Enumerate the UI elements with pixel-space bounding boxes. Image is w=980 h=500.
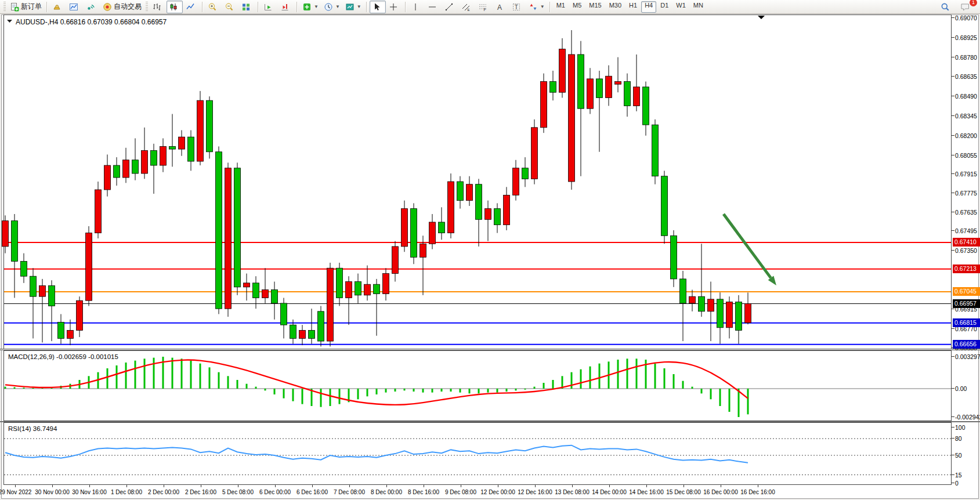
price-axis-tick: 0.67635 xyxy=(955,209,980,216)
vertical-line-tool-button[interactable] xyxy=(408,1,425,13)
search-button[interactable] xyxy=(938,1,954,13)
rsi-axis-tick: 100 xyxy=(955,424,980,431)
tab-timeframe-mn[interactable]: MN xyxy=(690,1,707,13)
time-axis-tick xyxy=(386,485,387,487)
tab-timeframe-m15[interactable]: M15 xyxy=(585,1,605,13)
tab-timeframe-m1[interactable]: M1 xyxy=(553,1,569,13)
channel-tool-button[interactable]: E xyxy=(459,1,475,13)
auto-scroll-icon xyxy=(263,2,273,12)
toolbar-separator xyxy=(405,2,406,12)
horizontal-line-tool-button[interactable] xyxy=(425,1,442,13)
trendline-tool-button[interactable] xyxy=(442,1,458,13)
new-order-icon xyxy=(10,2,19,12)
blue-chart-icon xyxy=(69,2,78,12)
indicators-button[interactable]: ▼ xyxy=(300,1,321,13)
price-badge-0.66957: 0.66957 xyxy=(953,299,980,308)
signal-icon xyxy=(86,2,95,12)
time-axis-tick xyxy=(201,485,201,487)
candlestick-mode-button[interactable] xyxy=(167,1,183,13)
time-axis-tick xyxy=(461,485,461,487)
add-indicator-icon xyxy=(302,2,312,12)
price-axis-tick: 0.68345 xyxy=(955,113,980,119)
tab-timeframe-d1[interactable]: D1 xyxy=(657,1,672,13)
market-window-button[interactable] xyxy=(67,1,83,13)
notifications-button[interactable]: 1 xyxy=(958,1,974,13)
svg-text:A: A xyxy=(497,3,502,11)
tab-timeframe-m5[interactable]: M5 xyxy=(569,1,585,13)
line-chart-mode-button[interactable] xyxy=(183,1,200,13)
macd-label: MACD(12,26,9) -0.002659 -0.001015 xyxy=(8,353,118,360)
price-axis-tick: 0.68780 xyxy=(955,54,980,61)
time-axis-tick xyxy=(312,485,313,487)
zoom-out-button[interactable] xyxy=(222,1,238,13)
price-axis-tick: 0.68635 xyxy=(955,73,980,80)
rsi-axis-tick: 80 xyxy=(955,435,980,442)
price-badge-0.66656: 0.66656 xyxy=(953,340,980,349)
templates-button[interactable]: ▼ xyxy=(343,1,364,13)
cursor-tool-button[interactable] xyxy=(370,1,386,13)
time-axis-tick xyxy=(52,485,53,487)
rsi-axis-tick: 0 xyxy=(955,480,980,487)
zoom-in-button[interactable] xyxy=(205,1,222,13)
time-axis-tick xyxy=(15,485,16,487)
price-chart-pane[interactable]: AUDUSD-,H4 0.66816 0.67039 0.66804 0.669… xyxy=(0,15,980,349)
text-label-icon: T xyxy=(512,2,521,12)
price-badge-0.67045: 0.67045 xyxy=(953,287,980,296)
chevron-down-icon: ▼ xyxy=(335,4,340,9)
zoom-in-icon xyxy=(208,2,217,12)
text-tool-button[interactable]: A xyxy=(493,1,509,13)
price-axis-tick: 0.69070 xyxy=(955,15,980,21)
clock-icon xyxy=(324,2,333,12)
notification-badge: 1 xyxy=(970,0,977,6)
periods-button[interactable]: ▼ xyxy=(321,1,342,13)
chart-title-ohlc: AUDUSD-,H4 0.66816 0.67039 0.66804 0.669… xyxy=(16,18,167,26)
crosshair-tool-button[interactable] xyxy=(386,1,403,13)
text-label-tool-button[interactable]: T xyxy=(509,1,526,13)
time-axis-tick xyxy=(275,485,276,487)
tile-windows-button[interactable] xyxy=(239,1,255,13)
equidistant-channel-icon: E xyxy=(461,2,471,12)
macd-pane-border xyxy=(4,351,952,421)
macd-pane[interactable]: MACD(12,26,9) -0.002659 -0.001015 xyxy=(0,350,980,421)
tab-timeframe-h4[interactable]: H4 xyxy=(641,1,656,13)
toolbar-separator xyxy=(202,2,203,12)
main-toolbar: 新订单 自动交易 ▼ ▼ xyxy=(0,0,980,14)
price-axis-tick: 0.67915 xyxy=(955,171,980,177)
tab-timeframe-w1[interactable]: W1 xyxy=(672,1,689,13)
toolbar-grip xyxy=(146,2,148,12)
time-axis-tick xyxy=(609,485,610,487)
chart-shift-button[interactable] xyxy=(278,1,294,13)
zoom-out-icon xyxy=(225,2,234,12)
time-axis-tick xyxy=(646,485,647,487)
arrow-objects-icon xyxy=(529,2,538,12)
text-icon: A xyxy=(495,2,504,12)
gold-chart-button[interactable] xyxy=(50,1,66,13)
price-axis-tick: 0.68200 xyxy=(955,132,980,139)
time-axis-tick xyxy=(238,485,238,487)
price-axis-tick: 0.68925 xyxy=(955,34,980,41)
signals-button[interactable] xyxy=(84,1,100,13)
arrow-objects-button[interactable]: ▼ xyxy=(526,1,547,13)
rsi-pane[interactable]: RSI(14) 36.7494 xyxy=(0,422,980,485)
time-axis-tick xyxy=(349,485,350,487)
rsi-axis-tick: 15 xyxy=(955,472,980,479)
macd-axis-tick: 0.003297 xyxy=(955,353,980,360)
auto-trading-icon xyxy=(103,2,112,12)
bar-chart-mode-button[interactable] xyxy=(150,1,166,13)
toolbar-separator xyxy=(258,2,259,12)
new-order-button[interactable]: 新订单 xyxy=(8,1,44,13)
price-axis-tick: 0.67775 xyxy=(955,190,980,197)
time-axis-tick xyxy=(498,485,498,487)
line-chart-icon xyxy=(186,2,195,12)
auto-scroll-button[interactable] xyxy=(261,1,277,13)
tab-timeframe-h1[interactable]: H1 xyxy=(625,1,641,13)
tab-timeframe-m30[interactable]: M30 xyxy=(606,1,625,13)
fibonacci-tool-button[interactable]: F xyxy=(476,1,492,13)
horizontal-line-icon xyxy=(428,2,437,12)
search-icon xyxy=(941,2,950,12)
tile-windows-icon xyxy=(241,2,251,12)
auto-trading-button[interactable]: 自动交易 xyxy=(100,1,144,13)
cursor-arrow-icon xyxy=(372,2,381,12)
time-axis-tick xyxy=(424,485,424,487)
new-order-label: 新订单 xyxy=(21,2,42,12)
